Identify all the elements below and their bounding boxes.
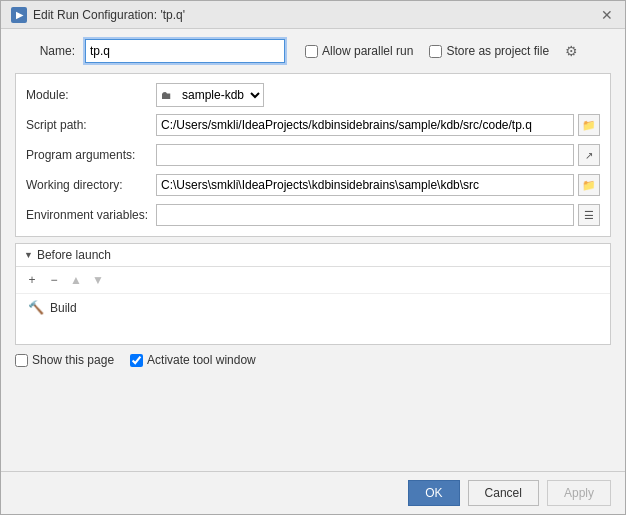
before-launch-section: ▼ Before launch + − ▲ ▼ 🔨 Build xyxy=(15,243,611,345)
before-launch-label: Before launch xyxy=(37,248,111,262)
apply-button[interactable]: Apply xyxy=(547,480,611,506)
main-form-section: Module: 🖿 sample-kdb Script path: 📁 xyxy=(15,73,611,237)
before-launch-toolbar: + − ▲ ▼ xyxy=(16,267,610,294)
working-dir-input[interactable] xyxy=(156,174,574,196)
app-icon: ▶ xyxy=(11,7,27,23)
module-select-wrapper[interactable]: 🖿 sample-kdb xyxy=(156,83,264,107)
module-folder-icon: 🖿 xyxy=(157,87,176,103)
dialog: ▶ Edit Run Configuration: 'tp.q' ✕ Name:… xyxy=(0,0,626,515)
show-this-page-label[interactable]: Show this page xyxy=(15,353,114,367)
env-vars-browse-button[interactable]: ☰ xyxy=(578,204,600,226)
before-launch-content: 🔨 Build xyxy=(16,294,610,344)
script-path-browse-button[interactable]: 📁 xyxy=(578,114,600,136)
activate-tool-window-text: Activate tool window xyxy=(147,353,256,367)
title-bar: ▶ Edit Run Configuration: 'tp.q' ✕ xyxy=(1,1,625,29)
module-select[interactable]: sample-kdb xyxy=(176,84,263,106)
script-path-wrapper: 📁 xyxy=(156,114,600,136)
bottom-checkboxes: Show this page Activate tool window xyxy=(15,353,611,367)
program-args-expand-button[interactable]: ↗ xyxy=(578,144,600,166)
script-path-input[interactable] xyxy=(156,114,574,136)
before-launch-move-down-button[interactable]: ▼ xyxy=(88,270,108,290)
env-vars-label: Environment variables: xyxy=(26,208,156,222)
collapse-triangle-icon: ▼ xyxy=(24,250,33,260)
module-row: Module: 🖿 sample-kdb xyxy=(26,82,600,108)
working-dir-browse-button[interactable]: 📁 xyxy=(578,174,600,196)
working-dir-row: Working directory: 📁 xyxy=(26,172,600,198)
env-vars-wrapper: ☰ xyxy=(156,204,600,226)
program-args-label: Program arguments: xyxy=(26,148,156,162)
title-bar-left: ▶ Edit Run Configuration: 'tp.q' xyxy=(11,7,185,23)
name-row: Name: Allow parallel run Store as projec… xyxy=(15,39,611,63)
gear-icon[interactable]: ⚙ xyxy=(565,43,578,59)
module-input-wrapper: 🖿 sample-kdb xyxy=(156,83,600,107)
store-project-checkbox[interactable] xyxy=(429,45,442,58)
before-launch-add-button[interactable]: + xyxy=(22,270,42,290)
close-button[interactable]: ✕ xyxy=(599,7,615,23)
store-project-label: Store as project file xyxy=(446,44,549,58)
build-icon: 🔨 xyxy=(28,300,44,315)
program-args-input[interactable] xyxy=(156,144,574,166)
working-dir-wrapper: 📁 xyxy=(156,174,600,196)
before-launch-header[interactable]: ▼ Before launch xyxy=(16,244,610,267)
program-args-row: Program arguments: ↗ xyxy=(26,142,600,168)
script-path-row: Script path: 📁 xyxy=(26,112,600,138)
dialog-title: Edit Run Configuration: 'tp.q' xyxy=(33,8,185,22)
env-vars-input[interactable] xyxy=(156,204,574,226)
activate-tool-window-label[interactable]: Activate tool window xyxy=(130,353,256,367)
working-dir-label: Working directory: xyxy=(26,178,156,192)
build-label: Build xyxy=(50,301,77,315)
cancel-button[interactable]: Cancel xyxy=(468,480,539,506)
name-label: Name: xyxy=(15,44,75,58)
script-path-label: Script path: xyxy=(26,118,156,132)
allow-parallel-checkbox[interactable] xyxy=(305,45,318,58)
show-this-page-text: Show this page xyxy=(32,353,114,367)
module-label: Module: xyxy=(26,88,156,102)
before-launch-remove-button[interactable]: − xyxy=(44,270,64,290)
ok-button[interactable]: OK xyxy=(408,480,459,506)
store-project-checkbox-label[interactable]: Store as project file xyxy=(429,44,549,58)
allow-parallel-label: Allow parallel run xyxy=(322,44,413,58)
footer: OK Cancel Apply xyxy=(1,471,625,514)
build-list-item[interactable]: 🔨 Build xyxy=(24,298,602,317)
name-input[interactable] xyxy=(85,39,285,63)
dialog-content: Name: Allow parallel run Store as projec… xyxy=(1,29,625,471)
program-args-wrapper: ↗ xyxy=(156,144,600,166)
show-this-page-checkbox[interactable] xyxy=(15,354,28,367)
name-options: Allow parallel run Store as project file… xyxy=(305,43,578,59)
before-launch-move-up-button[interactable]: ▲ xyxy=(66,270,86,290)
allow-parallel-checkbox-label[interactable]: Allow parallel run xyxy=(305,44,413,58)
activate-tool-window-checkbox[interactable] xyxy=(130,354,143,367)
env-vars-row: Environment variables: ☰ xyxy=(26,202,600,228)
